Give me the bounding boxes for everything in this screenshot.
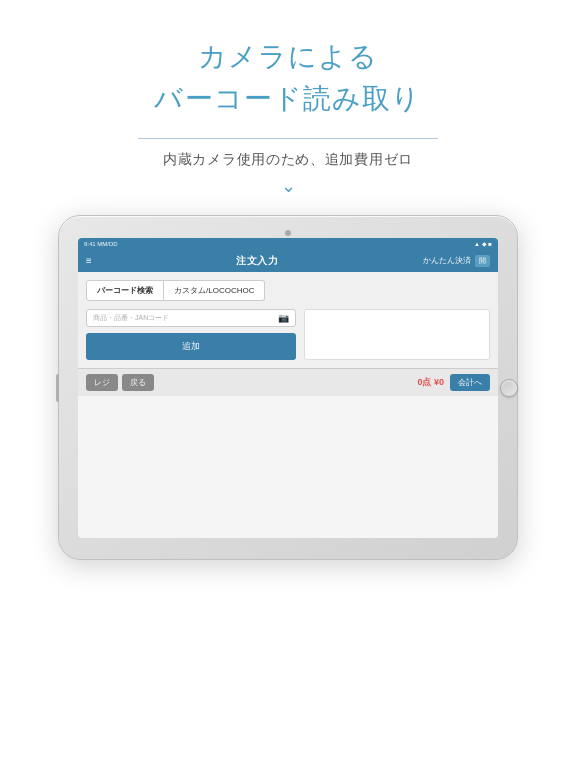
page-wrapper: カメラによる バーコード読み取り 内蔵カメラ使用のため、追加費用ゼロ ⌄ 9:4… [0,0,576,768]
headline-line1: カメラによる [154,36,421,78]
status-left: 9:41 MM/DD [84,241,118,247]
register-button[interactable]: レジ [86,374,118,391]
add-button[interactable]: 追加 [86,333,296,360]
right-col [304,309,490,360]
tab-custom[interactable]: カスタム/LOCOCHOC [164,280,265,301]
divider [138,138,438,139]
status-right: ▲ ◆ ■ [474,240,492,247]
ipad-camera [285,230,291,236]
bottom-right: 0点 ¥0 会計へ [417,374,490,391]
headline-line2: バーコード読み取り [154,78,421,120]
topbar-right-label: かんたん決済 [423,255,471,266]
subheadline: 内蔵カメラ使用のため、追加費用ゼロ [163,151,413,169]
status-bar: 9:41 MM/DD ▲ ◆ ■ [78,238,498,250]
chevron-down-icon: ⌄ [281,175,296,197]
order-count: 0点 ¥0 [417,376,444,389]
headline: カメラによる バーコード読み取り [154,36,421,120]
side-button [56,374,59,402]
camera-icon[interactable]: 📷 [278,313,289,323]
two-col-layout: 商品・品番・JANコード 📷 追加 [86,309,490,360]
app-topbar: ≡ 注文入力 かんたん決済 開 [78,250,498,272]
back-button[interactable]: 戻る [122,374,154,391]
bottom-left-buttons: レジ 戻る [86,374,154,391]
home-button[interactable] [500,379,518,397]
app-bottombar: レジ 戻る 0点 ¥0 会計へ [78,368,498,396]
left-col: 商品・品番・JANコード 📷 追加 [86,309,296,360]
topbar-right: かんたん決済 開 [423,255,490,267]
search-row[interactable]: 商品・品番・JANコード 📷 [86,309,296,327]
tab-barcode[interactable]: バーコード検索 [86,280,164,301]
ipad-device: 9:41 MM/DD ▲ ◆ ■ ≡ 注文入力 かんたん決済 開 バーコード検索 [58,215,518,560]
tab-row: バーコード検索 カスタム/LOCOCHOC [86,280,308,301]
search-input[interactable]: 商品・品番・JANコード [93,313,278,323]
topbar-title: 注文入力 [236,254,278,268]
checkout-button[interactable]: 会計へ [450,374,490,391]
topbar-button[interactable]: 開 [475,255,490,267]
app-content: バーコード検索 カスタム/LOCOCHOC 商品・品番・JANコード 📷 [78,272,498,368]
ipad-screen: 9:41 MM/DD ▲ ◆ ■ ≡ 注文入力 かんたん決済 開 バーコード検索 [78,238,498,538]
menu-icon[interactable]: ≡ [86,255,92,266]
